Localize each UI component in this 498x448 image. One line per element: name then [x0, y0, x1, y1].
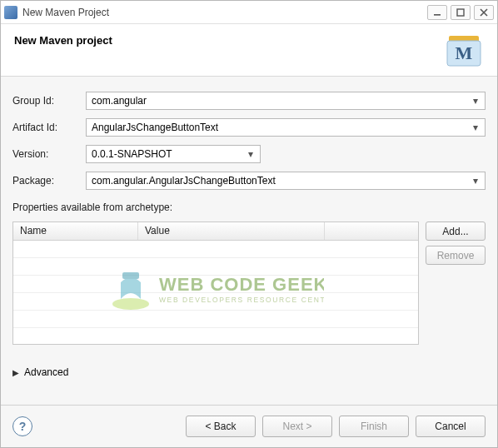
- svg-rect-0: [434, 14, 441, 16]
- artifact-id-label: Artifact Id:: [12, 122, 81, 133]
- wizard-header: New Maven project M: [1, 24, 497, 77]
- table-row: [13, 276, 418, 293]
- next-button[interactable]: Next >: [262, 416, 332, 437]
- maven-icon: M: [444, 32, 484, 67]
- version-field[interactable]: 0.0.1-SNAPSHOT ▾: [86, 145, 261, 163]
- chevron-down-icon: ▾: [245, 148, 256, 160]
- chevron-down-icon: ▾: [470, 122, 481, 133]
- package-value: com.angular.AngularJsChangeButtonText: [92, 175, 276, 187]
- page-title: New Maven project: [14, 34, 444, 47]
- table-header: Name Value: [13, 222, 418, 241]
- back-button[interactable]: < Back: [186, 416, 256, 437]
- table-row: [13, 311, 418, 328]
- artifact-id-field[interactable]: AngularJsChangeButtonText ▾: [86, 118, 486, 137]
- remove-button[interactable]: Remove: [426, 246, 486, 265]
- finish-button[interactable]: Finish: [339, 416, 409, 437]
- close-button[interactable]: [474, 5, 494, 20]
- cancel-button[interactable]: Cancel: [416, 416, 486, 437]
- column-spacer: [325, 222, 418, 240]
- dialog-window: New Maven Project New Maven project M Gr…: [0, 0, 498, 448]
- version-label: Version:: [12, 148, 81, 160]
- app-icon: [4, 6, 17, 19]
- column-value[interactable]: Value: [138, 222, 325, 240]
- chevron-right-icon: ▶: [12, 368, 19, 377]
- add-button[interactable]: Add...: [426, 222, 486, 241]
- version-value: 0.0.1-SNAPSHOT: [92, 148, 172, 160]
- package-label: Package:: [12, 175, 81, 187]
- properties-label: Properties available from archetype:: [12, 202, 486, 213]
- archetype-properties-table[interactable]: Name Value: [12, 222, 419, 345]
- artifact-id-value: AngularJsChangeButtonText: [92, 122, 218, 133]
- advanced-toggle[interactable]: ▶ Advanced: [12, 366, 486, 378]
- column-name[interactable]: Name: [13, 222, 138, 240]
- advanced-label: Advanced: [24, 366, 68, 378]
- svg-rect-1: [457, 9, 464, 16]
- maximize-button[interactable]: [451, 5, 471, 20]
- chevron-down-icon: ▾: [470, 175, 481, 187]
- table-body: WEB CODE GEEKS WEB DEVELOPERS RESOURCE C…: [13, 241, 418, 344]
- svg-text:M: M: [456, 42, 473, 63]
- chevron-down-icon: ▾: [470, 95, 481, 107]
- titlebar: New Maven Project: [1, 1, 497, 24]
- table-row: [13, 293, 418, 311]
- wizard-footer: ? < Back Next > Finish Cancel: [1, 405, 497, 447]
- help-icon[interactable]: ?: [12, 416, 32, 436]
- group-id-field[interactable]: com.angular ▾: [86, 92, 486, 110]
- package-field[interactable]: com.angular.AngularJsChangeButtonText ▾: [86, 172, 486, 190]
- group-id-value: com.angular: [92, 95, 147, 107]
- minimize-button[interactable]: [427, 5, 447, 20]
- table-row: [13, 258, 418, 276]
- group-id-label: Group Id:: [12, 95, 81, 107]
- window-title: New Maven Project: [22, 7, 424, 18]
- table-row: [13, 241, 418, 258]
- content-area: Group Id: com.angular ▾ Artifact Id: Ang…: [1, 77, 497, 405]
